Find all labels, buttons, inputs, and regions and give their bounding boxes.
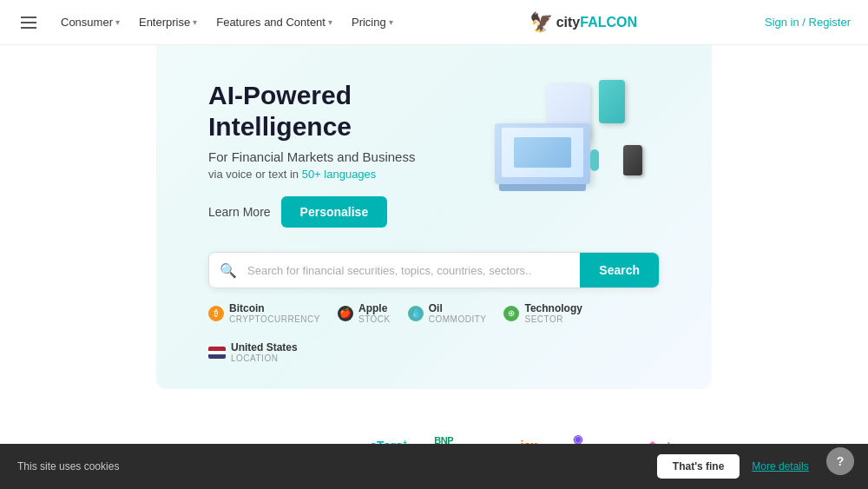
- oil-icon: 💧: [408, 306, 424, 321]
- personalise-button[interactable]: Personalise: [281, 196, 388, 228]
- hero-image: [486, 80, 660, 193]
- hero-subtitle: For Financial Markets and Business: [208, 149, 486, 164]
- nav-menu: Consumer ▾ Enterprise ▾ Features and Con…: [52, 10, 402, 34]
- site-logo[interactable]: 🦅 cityFALCON: [529, 11, 637, 34]
- nav-pricing-label: Pricing: [352, 16, 386, 29]
- sign-in-button[interactable]: Sign in / Register: [765, 16, 851, 29]
- chevron-down-icon: ▾: [193, 17, 197, 27]
- tag-bitcoin[interactable]: ₿ Bitcoin CRYPTOCURRENCY: [208, 302, 320, 324]
- hamburger-menu[interactable]: [17, 13, 40, 32]
- search-button[interactable]: Search: [580, 253, 659, 287]
- navbar: Consumer ▾ Enterprise ▾ Features and Con…: [0, 0, 868, 45]
- navbar-right: Sign in / Register: [765, 16, 851, 29]
- help-button[interactable]: ?: [826, 447, 854, 475]
- hero-lang: via voice or text in 50+ languages: [208, 168, 486, 181]
- chevron-down-icon: ▾: [328, 17, 332, 27]
- hero-title: AI-Powered Intelligence: [208, 80, 486, 142]
- nav-item-pricing[interactable]: Pricing ▾: [343, 10, 402, 34]
- search-bar: 🔍 Search: [208, 252, 660, 288]
- nav-item-enterprise[interactable]: Enterprise ▾: [130, 10, 206, 34]
- us-flag-icon: [208, 347, 226, 359]
- tag-us-info: United States LOCATION: [231, 341, 298, 363]
- tag-apple[interactable]: 🍎 Apple STOCK: [338, 302, 391, 324]
- search-tags: ₿ Bitcoin CRYPTOCURRENCY 🍎 Apple STOCK 💧…: [208, 302, 660, 363]
- falcon-icon: 🦅: [529, 11, 553, 34]
- hero-cta: Learn More Personalise: [208, 196, 486, 228]
- phone-icon: [599, 80, 625, 123]
- search-icon: 🔍: [209, 262, 247, 279]
- logo-text: cityFALCON: [556, 15, 637, 30]
- chevron-down-icon: ▾: [115, 17, 120, 27]
- laptop-icon: [495, 123, 590, 184]
- tech-icon: ⊕: [503, 306, 519, 321]
- nav-enterprise-label: Enterprise: [139, 16, 190, 29]
- nav-consumer-label: Consumer: [61, 16, 113, 29]
- figure-icon: [590, 149, 599, 171]
- tag-oil-info: Oil COMMODITY: [429, 302, 487, 324]
- hero-content: AI-Powered Intelligence For Financial Ma…: [208, 80, 660, 228]
- tag-us[interactable]: United States LOCATION: [208, 341, 298, 363]
- nav-item-features[interactable]: Features and Content ▾: [207, 10, 341, 34]
- cookie-banner: This site uses cookies That's fine More …: [0, 444, 868, 489]
- nav-features-label: Features and Content: [216, 16, 326, 29]
- cookie-learn-link[interactable]: More details: [752, 460, 808, 472]
- apple-icon: 🍎: [338, 306, 353, 321]
- hero-left: AI-Powered Intelligence For Financial Ma…: [208, 80, 486, 228]
- cookie-text: This site uses cookies: [17, 460, 645, 472]
- bitcoin-icon: ₿: [208, 306, 224, 321]
- tag-bitcoin-info: Bitcoin CRYPTOCURRENCY: [229, 302, 320, 324]
- lang-link[interactable]: 50+ languages: [302, 168, 377, 181]
- search-input[interactable]: [247, 254, 580, 287]
- tag-technology[interactable]: ⊕ Technology SECTOR: [503, 302, 582, 324]
- hero-section: AI-Powered Intelligence For Financial Ma…: [156, 45, 712, 389]
- search-section: 🔍 Search ₿ Bitcoin CRYPTOCURRENCY 🍎 Appl…: [208, 252, 660, 363]
- nav-item-consumer[interactable]: Consumer ▾: [52, 10, 128, 34]
- tag-tech-info: Technology SECTOR: [524, 302, 582, 324]
- speaker-icon: [623, 145, 642, 175]
- cookie-accept-button[interactable]: That's fine: [657, 454, 740, 479]
- learn-more-button[interactable]: Learn More: [208, 205, 271, 219]
- navbar-left: Consumer ▾ Enterprise ▾ Features and Con…: [17, 10, 402, 34]
- hero-illustration: [495, 80, 651, 193]
- tag-apple-info: Apple STOCK: [358, 302, 391, 324]
- chevron-down-icon: ▾: [389, 17, 393, 27]
- tag-oil[interactable]: 💧 Oil COMMODITY: [408, 302, 487, 324]
